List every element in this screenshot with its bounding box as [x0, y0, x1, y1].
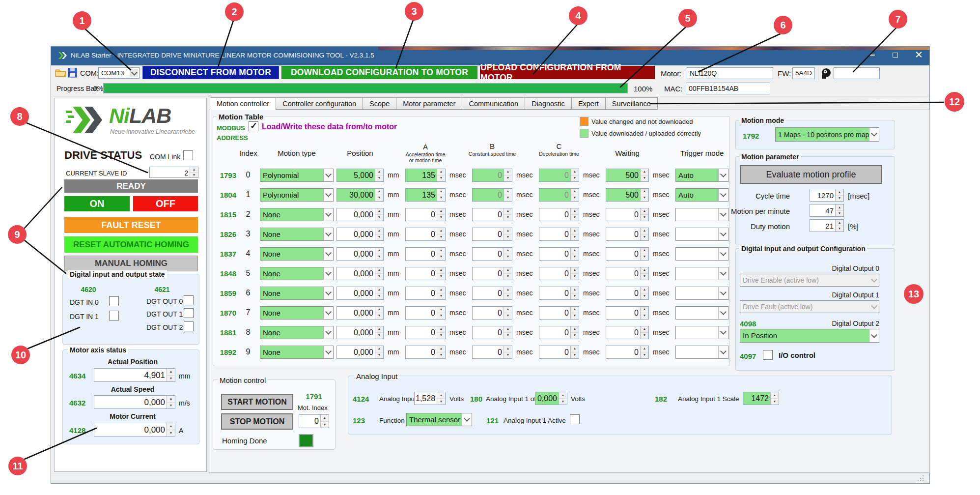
spinner-arrows-icon[interactable]: ▲▼	[437, 267, 445, 280]
digital-output1-select[interactable]: Drive Fault (active low)	[740, 300, 879, 313]
decel-time-spinner[interactable]: 0▲▼	[539, 306, 579, 320]
spinner-arrows-icon[interactable]: ▲▼	[640, 307, 648, 319]
spinner-arrows-icon[interactable]: ▲▼	[437, 208, 445, 221]
analog1-active-checkbox[interactable]	[570, 414, 580, 424]
minimize-button[interactable]	[861, 47, 883, 63]
offset-field[interactable]: 0,000▲▼	[535, 392, 567, 405]
spinner-arrows-icon[interactable]: ▲▼	[570, 287, 579, 299]
spinner-arrows-icon[interactable]: ▲▼	[504, 287, 512, 299]
chevron-down-icon[interactable]	[718, 189, 728, 201]
chevron-down-icon[interactable]	[323, 169, 333, 181]
com-link-checkbox[interactable]	[183, 150, 193, 160]
motor-current-field[interactable]: 0,000▲▼	[94, 423, 175, 437]
spinner-arrows-icon[interactable]: ▲▼	[437, 346, 445, 358]
duty-motion-field[interactable]: 21▲▼	[810, 219, 844, 232]
spinner-arrows-icon[interactable]: ▲▼	[570, 248, 579, 260]
waiting-spinner[interactable]: 0▲▼	[606, 326, 649, 339]
chevron-down-icon[interactable]	[462, 413, 472, 426]
spinner-arrows-icon[interactable]: ▲▼	[437, 326, 445, 339]
spinner-arrows-icon[interactable]: ▲▼	[437, 392, 445, 405]
tab-surveillance[interactable]: Surveillance	[606, 97, 658, 110]
const-speed-time-spinner[interactable]: 0▲▼	[472, 169, 512, 182]
spinner-arrows-icon[interactable]: ▲▼	[640, 208, 648, 221]
spinner-arrows-icon[interactable]: ▲▼	[375, 267, 383, 280]
spinner-arrows-icon[interactable]: ▲▼	[504, 248, 512, 260]
dgt-out1-checkbox[interactable]	[184, 308, 194, 318]
spinner-arrows-icon[interactable]: ▲▼	[504, 326, 512, 339]
motion-type-select[interactable]: Polynomial	[260, 169, 334, 182]
spinner-arrows-icon[interactable]: ▲▼	[504, 307, 512, 319]
spinner-arrows-icon[interactable]: ▲▼	[375, 307, 383, 319]
open-file-icon[interactable]	[55, 68, 66, 78]
chevron-down-icon[interactable]	[323, 307, 333, 319]
decel-time-spinner[interactable]: 0▲▼	[539, 346, 579, 359]
decel-time-spinner[interactable]: 0▲▼	[539, 169, 579, 182]
tab-scope[interactable]: Scope	[363, 97, 396, 110]
trigger-mode-select[interactable]	[675, 228, 728, 241]
decel-time-spinner[interactable]: 0▲▼	[539, 287, 579, 300]
trigger-mode-select[interactable]	[675, 326, 728, 339]
spinner-arrows-icon[interactable]: ▲▼	[570, 267, 579, 280]
chevron-down-icon[interactable]	[323, 267, 333, 280]
chevron-down-icon[interactable]	[869, 128, 879, 141]
tab-diagnostic[interactable]: Diagnostic	[525, 97, 572, 110]
spinner-arrows-icon[interactable]: ▲▼	[640, 169, 648, 181]
motion-per-minute-field[interactable]: 47▲▼	[810, 204, 844, 217]
const-speed-time-spinner[interactable]: 0▲▼	[472, 306, 512, 320]
spinner-arrows-icon[interactable]: ▲▼	[640, 326, 648, 339]
trigger-mode-select[interactable]: Auto	[675, 169, 728, 182]
position-spinner[interactable]: 0,000▲▼	[336, 326, 384, 339]
support-head-icon[interactable]	[820, 67, 832, 79]
download-config-button[interactable]: DOWNLOAD CONFIGURATION TO MOTOR	[281, 66, 477, 79]
trigger-mode-select[interactable]	[675, 287, 728, 300]
const-speed-time-spinner[interactable]: 0▲▼	[472, 188, 512, 202]
spinner-arrows-icon[interactable]: ▲▼	[570, 346, 579, 358]
chevron-down-icon[interactable]	[718, 248, 728, 260]
manual-homing-button[interactable]: MANUAL HOMING	[64, 256, 198, 271]
waiting-spinner[interactable]: 0▲▼	[606, 346, 649, 359]
spinner-arrows-icon[interactable]: ▲▼	[375, 189, 383, 201]
digital-output0-select[interactable]: Drive Enable (active low)	[740, 274, 879, 287]
mac-field[interactable]: 00FFB1B154AB	[686, 83, 770, 94]
position-spinner[interactable]: 0,000▲▼	[336, 287, 384, 300]
spinner-arrows-icon[interactable]: ▲▼	[167, 423, 175, 436]
spinner-arrows-icon[interactable]: ▲▼	[640, 228, 648, 240]
motion-type-select[interactable]: None	[260, 267, 334, 280]
accel-time-spinner[interactable]: 0▲▼	[405, 287, 446, 300]
motion-type-select[interactable]: None	[260, 306, 334, 320]
upload-config-button[interactable]: UPLOAD CONFIGURATION FROM MOTOR	[480, 66, 655, 79]
chevron-down-icon[interactable]	[718, 208, 728, 221]
tab-motion-controller[interactable]: Motion controller	[210, 97, 276, 110]
waiting-spinner[interactable]: 0▲▼	[606, 208, 649, 221]
chevron-down-icon[interactable]	[718, 307, 728, 319]
chevron-down-icon[interactable]	[718, 169, 728, 181]
spinner-arrows-icon[interactable]: ▲▼	[504, 169, 512, 181]
chevron-down-icon[interactable]	[323, 208, 333, 221]
function-select[interactable]: Thermal sensor	[406, 413, 472, 426]
loadwrite-checkbox[interactable]	[249, 121, 258, 131]
spinner-arrows-icon[interactable]: ▲▼	[167, 369, 175, 381]
actual-speed-field[interactable]: 0,000▲▼	[94, 395, 175, 409]
motion-type-select[interactable]: None	[260, 247, 334, 261]
cycle-time-field[interactable]: 1270▲▼	[810, 189, 844, 202]
tab-motor-parameter[interactable]: Motor parameter	[396, 97, 462, 110]
spinner-arrows-icon[interactable]: ▲▼	[504, 267, 512, 280]
motion-type-select[interactable]: None	[260, 346, 334, 359]
evaluate-motion-profile-button[interactable]: Evaluate motion profile	[740, 165, 882, 184]
const-speed-time-spinner[interactable]: 0▲▼	[472, 247, 512, 261]
spinner-arrows-icon[interactable]: ▲▼	[640, 287, 648, 299]
motor-field[interactable]: NLi120Q	[687, 67, 773, 79]
chevron-down-icon[interactable]	[323, 326, 333, 339]
tab-expert[interactable]: Expert	[572, 97, 606, 110]
position-spinner[interactable]: 0,000▲▼	[336, 228, 384, 241]
motion-type-select[interactable]: Polynomial	[260, 188, 334, 202]
accel-time-spinner[interactable]: 0▲▼	[405, 247, 446, 261]
spinner-arrows-icon[interactable]: ▲▼	[437, 189, 445, 201]
chevron-down-icon[interactable]	[130, 69, 138, 77]
position-spinner[interactable]: 0,000▲▼	[336, 208, 384, 221]
waiting-spinner[interactable]: 0▲▼	[606, 267, 649, 280]
trigger-mode-select[interactable]	[675, 306, 728, 320]
chevron-down-icon[interactable]	[323, 248, 333, 260]
chevron-down-icon[interactable]	[323, 346, 333, 358]
aux-field[interactable]	[834, 67, 880, 79]
